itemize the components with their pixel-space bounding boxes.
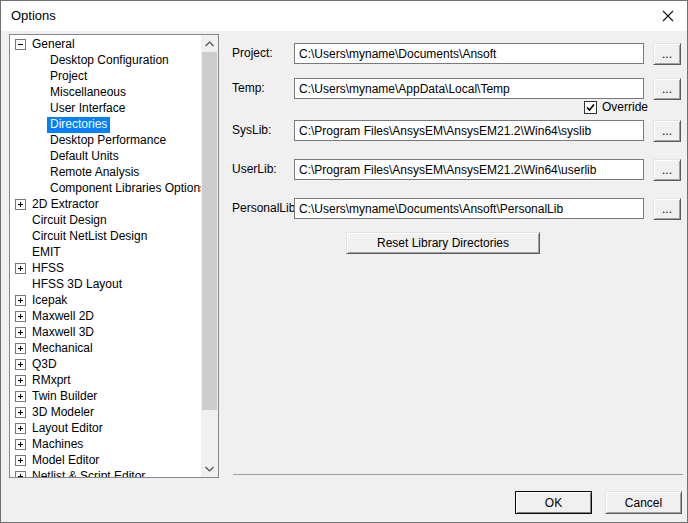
options-dialog: Options GeneralDesktop ConfigurationProj… — [0, 0, 688, 523]
userlib-label: UserLib: — [232, 159, 277, 180]
temp-label: Temp: — [232, 78, 265, 99]
tree-item-rmxprt[interactable]: RMxprt — [10, 373, 201, 389]
userlib-path-input[interactable] — [294, 159, 644, 180]
tree-item-model-editor[interactable]: Model Editor — [10, 453, 201, 469]
tree-item-label: Component Libraries Options — [50, 181, 201, 197]
tree-item-netlist-script-editor[interactable]: Netlist & Script Editor — [10, 469, 201, 477]
tree-item-label: General — [32, 37, 75, 53]
collapse-icon[interactable] — [15, 39, 26, 50]
expand-icon[interactable] — [15, 407, 26, 418]
tree-item-twin-builder[interactable]: Twin Builder — [10, 389, 201, 405]
tree-item-label: Maxwell 3D — [32, 325, 94, 341]
expand-icon[interactable] — [15, 295, 26, 306]
tree-item-project[interactable]: Project — [10, 69, 201, 85]
expand-icon[interactable] — [15, 471, 26, 477]
override-label: Override — [602, 100, 648, 114]
tree-item-label: Circuit Design — [32, 213, 107, 229]
personallib-label: PersonalLib: — [232, 198, 299, 219]
tree-item-label: Default Units — [50, 149, 119, 165]
tree-item-icepak[interactable]: Icepak — [10, 293, 201, 309]
scrollbar-thumb[interactable] — [202, 52, 217, 410]
tree-item-default-units[interactable]: Default Units — [10, 149, 201, 165]
tree-item-label: 3D Modeler — [32, 405, 94, 421]
expand-icon[interactable] — [15, 439, 26, 450]
expand-icon[interactable] — [15, 199, 26, 210]
temp-browse-button[interactable]: ... — [653, 78, 681, 100]
tree-item-hfss[interactable]: HFSS — [10, 261, 201, 277]
tree-item-label: Circuit NetList Design — [32, 229, 147, 245]
override-checkbox[interactable] — [584, 101, 597, 114]
syslib-path-input[interactable] — [294, 120, 644, 141]
tree-item-q3d[interactable]: Q3D — [10, 357, 201, 373]
tree-item-label: Twin Builder — [32, 389, 97, 405]
tree-item-label: Netlist & Script Editor — [32, 469, 145, 477]
tree-item-machines[interactable]: Machines — [10, 437, 201, 453]
userlib-browse-button[interactable]: ... — [653, 159, 681, 181]
tree-item-label: RMxprt — [32, 373, 71, 389]
tree-item-maxwell-2d[interactable]: Maxwell 2D — [10, 309, 201, 325]
syslib-browse-button[interactable]: ... — [653, 120, 681, 142]
title-bar: Options — [1, 1, 687, 31]
personallib-browse-button[interactable]: ... — [653, 198, 681, 220]
tree-item-label: 2D Extractor — [32, 197, 99, 213]
cancel-button[interactable]: Cancel — [605, 491, 682, 514]
temp-path-input[interactable] — [294, 78, 644, 99]
tree-item-mechanical[interactable]: Mechanical — [10, 341, 201, 357]
project-path-input[interactable] — [294, 43, 644, 64]
tree-item-label: HFSS — [32, 261, 64, 277]
tree-item-maxwell-3d[interactable]: Maxwell 3D — [10, 325, 201, 341]
syslib-label: SysLib: — [232, 120, 271, 141]
expand-icon[interactable] — [15, 263, 26, 274]
close-icon — [662, 10, 674, 22]
expand-icon[interactable] — [15, 311, 26, 322]
scrollbar-up-button[interactable] — [201, 35, 218, 52]
personallib-path-input[interactable] — [294, 198, 644, 219]
expand-icon[interactable] — [15, 327, 26, 338]
tree-item-layout-editor[interactable]: Layout Editor — [10, 421, 201, 437]
footer-separator — [233, 474, 683, 475]
tree-item-desktop-performance[interactable]: Desktop Performance — [10, 133, 201, 149]
tree-item-label: Project — [50, 69, 87, 85]
tree-item-circuit-netlist-design[interactable]: Circuit NetList Design — [10, 229, 201, 245]
tree-item-label: Desktop Configuration — [50, 53, 169, 69]
expand-icon[interactable] — [15, 423, 26, 434]
project-label: Project: — [232, 43, 273, 64]
tree-item-label: Model Editor — [32, 453, 99, 469]
expand-icon[interactable] — [15, 343, 26, 354]
tree-item-label: Q3D — [32, 357, 57, 373]
tree-item-hfss-3d-layout[interactable]: HFSS 3D Layout — [10, 277, 201, 293]
chevron-down-icon — [205, 466, 214, 472]
tree-item-label: Miscellaneous — [50, 85, 126, 101]
tree-item-component-libraries-options[interactable]: Component Libraries Options — [10, 181, 201, 197]
project-browse-button[interactable]: ... — [653, 43, 681, 65]
expand-icon[interactable] — [15, 359, 26, 370]
tree-item-general[interactable]: General — [10, 37, 201, 53]
tree-item-label: Remote Analysis — [50, 165, 139, 181]
tree-item-emit[interactable]: EMIT — [10, 245, 201, 261]
tree-item-label: EMIT — [32, 245, 61, 261]
tree-item-label: Layout Editor — [32, 421, 103, 437]
tree-scrollbar[interactable] — [201, 35, 218, 477]
tree-item-3d-modeler[interactable]: 3D Modeler — [10, 405, 201, 421]
tree-item-2d-extractor[interactable]: 2D Extractor — [10, 197, 201, 213]
tree-item-circuit-design[interactable]: Circuit Design — [10, 213, 201, 229]
reset-library-directories-button[interactable]: Reset Library Directories — [346, 232, 540, 254]
tree-item-desktop-configuration[interactable]: Desktop Configuration — [10, 53, 201, 69]
tree-item-label: Maxwell 2D — [32, 309, 94, 325]
tree-rows: GeneralDesktop ConfigurationProjectMisce… — [10, 35, 201, 477]
tree-item-remote-analysis[interactable]: Remote Analysis — [10, 165, 201, 181]
tree-item-label: Icepak — [32, 293, 67, 309]
override-checkbox-row[interactable]: Override — [584, 100, 648, 114]
tree-item-label: Machines — [32, 437, 83, 453]
tree-item-label: HFSS 3D Layout — [32, 277, 122, 293]
close-button[interactable] — [657, 6, 679, 26]
tree-item-user-interface[interactable]: User Interface — [10, 101, 201, 117]
tree-item-label: Desktop Performance — [50, 133, 166, 149]
tree-item-miscellaneous[interactable]: Miscellaneous — [10, 85, 201, 101]
ok-button[interactable]: OK — [515, 491, 592, 514]
expand-icon[interactable] — [15, 455, 26, 466]
tree-item-directories[interactable]: Directories — [10, 117, 201, 133]
expand-icon[interactable] — [15, 375, 26, 386]
scrollbar-down-button[interactable] — [201, 460, 218, 477]
expand-icon[interactable] — [15, 391, 26, 402]
